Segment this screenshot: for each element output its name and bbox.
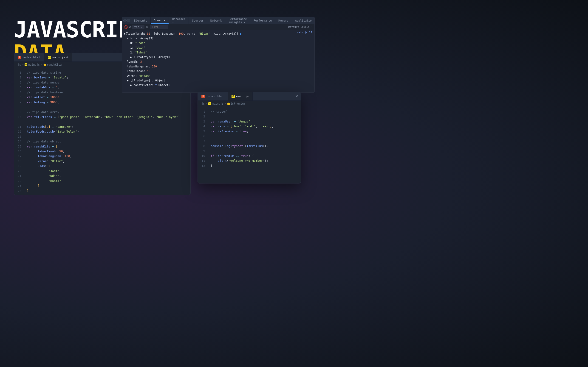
secondary-tab-html-label: index.html xyxy=(206,94,224,98)
console-lines: ▼{lebarTanah: 50, lebarBangunan: 100, wa… xyxy=(124,31,313,86)
devtools-tabs: Elements Console Recorder ▾ Sources Netw… xyxy=(131,17,315,24)
secondary-tab-html[interactable]: H index.html xyxy=(198,92,228,100)
console-line-1: ▼{lebarTanah: 50, lebarBangunan: 100, wa… xyxy=(124,31,313,36)
tab-elements[interactable]: Elements xyxy=(131,17,151,24)
bc-rumahkita: rumahKita xyxy=(47,63,62,66)
device-icon xyxy=(127,19,130,22)
file-ref: main.js:27 xyxy=(297,31,312,34)
console-warna: warna: "Hitam" xyxy=(124,74,313,78)
devtools-panel: Elements Console Recorder ▾ Sources Netw… xyxy=(122,17,315,93)
secondary-editor: H index.html JS main.js ✕ js > JS main.j… xyxy=(198,92,301,184)
tab-main-js[interactable]: JS main.js xyxy=(44,53,72,61)
tab-perf-insights[interactable]: Performance insights ▾ xyxy=(225,17,250,24)
bc-js-icon: JS xyxy=(25,63,27,66)
secondary-tab-js-label: main.js xyxy=(236,94,249,98)
console-kids: ▼ kids: Array(3) xyxy=(124,36,313,41)
tab-memory[interactable]: Memory xyxy=(275,17,292,24)
device-btn[interactable] xyxy=(127,18,130,23)
secondary-js-icon: JS xyxy=(232,95,235,98)
filter-icon: ⊘ xyxy=(129,25,131,29)
hero-title: JAVASCRIPT xyxy=(14,18,129,42)
secondary-close-btn[interactable]: ✕ xyxy=(294,94,299,99)
console-lebar-bangunan: lebarBangunan: 100 xyxy=(124,64,313,69)
tab-performance[interactable]: Performance xyxy=(250,17,275,24)
html-icon: H xyxy=(18,56,21,59)
inspect-btn[interactable] xyxy=(123,18,127,23)
bc2-circle-icon: ⬤ xyxy=(227,102,230,105)
secondary-tab-js[interactable]: JS main.js xyxy=(228,92,253,100)
default-levels[interactable]: Default levels ▾ xyxy=(288,25,313,28)
secondary-html-icon: H xyxy=(201,95,205,98)
inspect-icon xyxy=(123,19,127,22)
secondary-breadcrumb: js > JS main.js > ⬤ isPremium xyxy=(198,101,301,107)
bc-sep2: > xyxy=(41,63,42,66)
tab-application-label: Application xyxy=(295,19,313,22)
bc-js: js xyxy=(18,63,21,66)
filter-input[interactable] xyxy=(150,25,168,29)
secondary-code-text[interactable]: // typeof var namaUser = "Angga"; var ca… xyxy=(207,107,277,181)
bc2-sep1: > xyxy=(206,102,207,105)
tab-sources[interactable]: Sources xyxy=(189,17,207,24)
bc2-js-icon: JS xyxy=(208,102,211,105)
tab-console[interactable]: Console xyxy=(151,17,169,24)
secondary-line-numbers: 123456789101112 xyxy=(198,107,207,181)
console-proto-obj: ▶ [[Prototype]]: Object xyxy=(124,78,313,83)
console-output: ▼{lebarTanah: 50, lebarBangunan: 100, wa… xyxy=(122,30,314,86)
js-icon: JS xyxy=(48,56,51,59)
secondary-tab-bar: H index.html JS main.js ✕ xyxy=(198,92,301,101)
console-lebar-tanah: lebarTanah: 50 xyxy=(124,69,313,73)
bc2-sep2: > xyxy=(225,102,226,105)
tab-index-html[interactable]: H index.html xyxy=(14,53,44,61)
console-proto-arr: ▶ [[Prototype]]: Array(0) xyxy=(124,55,313,59)
line-numbers: 1234567891011121314151617181920212223242… xyxy=(14,68,23,192)
console-constructor: ▶ constructor: f Object() xyxy=(124,83,313,86)
console-kid-2: 2: "Bahmi" xyxy=(124,50,313,55)
clear-console-btn[interactable]: 🚫 xyxy=(124,25,128,29)
bc2-js: js xyxy=(201,102,205,105)
tab-label-html: index.html xyxy=(22,56,40,59)
bc2-ispremium: ⬤ isPremium xyxy=(227,102,246,105)
secondary-close[interactable]: ✕ xyxy=(294,94,301,99)
eye-icon: 👁 xyxy=(146,25,149,29)
bc2-ispremium-label: isPremium xyxy=(231,102,246,105)
modified-dot xyxy=(66,56,68,58)
secondary-code-area[interactable]: 123456789101112 // typeof var namaUser =… xyxy=(198,107,301,181)
bc-circle-icon: ⬤ xyxy=(43,63,46,66)
console-kid-1: 1: "Udin" xyxy=(124,45,313,50)
tab-label-js: main.js xyxy=(52,56,65,59)
tab-application[interactable]: Application xyxy=(292,17,315,24)
bc-sep1: > xyxy=(22,63,23,66)
console-length: length: 3 xyxy=(124,59,313,64)
bc-mainjs: main.js xyxy=(28,63,40,66)
tab-recorder[interactable]: Recorder ▾ xyxy=(169,17,189,24)
tab-network[interactable]: Network xyxy=(207,17,225,24)
console-kid-0: 0: "Jodi" xyxy=(124,41,313,45)
top-dropdown[interactable]: top ▾ xyxy=(132,25,144,29)
bc2-mainjs: main.js xyxy=(212,102,224,105)
devtools-toolbar: Elements Console Recorder ▾ Sources Netw… xyxy=(122,17,314,24)
bc-rumah: ⬤ rumahKita xyxy=(43,63,62,66)
console-subtoolbar: 🚫 ⊘ top ▾ 👁 Default levels ▾ xyxy=(122,24,314,30)
